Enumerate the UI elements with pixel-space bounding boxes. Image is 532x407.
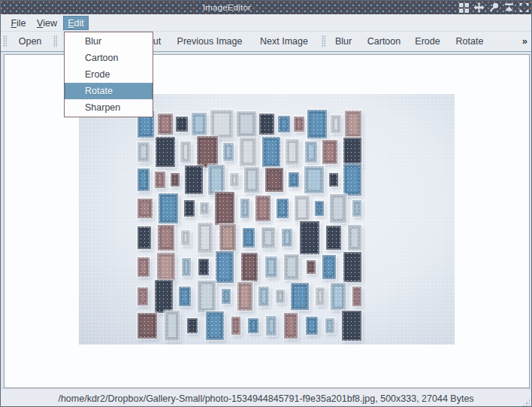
edit-menu-item-rotate[interactable]: Rotate: [65, 83, 153, 99]
toolbar-handle[interactable]: [53, 35, 57, 47]
photo-frame: [181, 230, 190, 245]
shade-icon[interactable]: [503, 2, 515, 13]
photo-frame: [240, 199, 249, 218]
photo-frame: [291, 283, 309, 310]
resize-grip[interactable]: [521, 398, 530, 406]
photo-frame: [282, 229, 292, 247]
toolbar-handle[interactable]: [322, 35, 325, 47]
photo-frame: [330, 194, 346, 223]
pin-icon[interactable]: [488, 2, 500, 13]
photo-frame: [157, 253, 175, 281]
window-title: ImageEditor: [1, 1, 453, 14]
photo-frame: [258, 287, 269, 306]
photo-frame: [261, 227, 275, 248]
photo-frame: [322, 140, 337, 164]
photo-frame: [316, 287, 325, 305]
photo-frame: [179, 287, 191, 306]
photo-frame: [138, 287, 148, 305]
photo-frame: [306, 317, 318, 335]
edit-menu-item-blur[interactable]: Blur: [65, 33, 153, 50]
photo-frame: [138, 169, 150, 191]
photo-frame: [255, 196, 271, 221]
photo-frame: [200, 202, 209, 214]
photo-frame: [342, 311, 361, 341]
photo-frame: [219, 224, 236, 251]
photo-frame: [348, 225, 361, 251]
photo-frame: [237, 282, 252, 311]
photo-frame: [325, 318, 334, 333]
photo-frame: [159, 193, 178, 223]
toolbar-overflow-chevron[interactable]: »: [522, 34, 527, 49]
titlebar[interactable]: ImageEditor: [1, 1, 531, 14]
titlebar-buttons: [458, 2, 530, 13]
cartoon-button[interactable]: Cartoon: [361, 34, 407, 49]
photo-frame: [138, 226, 151, 249]
photo-frame: [352, 287, 361, 306]
photo-frame: [294, 117, 304, 132]
image-editor-window: ImageEditor File View Edit Open: [0, 0, 532, 407]
expand-icon[interactable]: [518, 2, 530, 13]
photo-frame: [230, 173, 239, 187]
photo-frame: [138, 257, 150, 277]
toolbar-handle[interactable]: [3, 35, 7, 47]
photo-frame: [307, 260, 316, 274]
window-grid-icon[interactable]: [458, 2, 470, 13]
photo-frame: [295, 196, 310, 221]
photo-frame: [198, 223, 213, 253]
photo-frame: [284, 313, 298, 339]
photo-frame: [176, 117, 188, 132]
photo-frame: [276, 290, 285, 303]
photo-frame-row: [138, 308, 361, 344]
photo-frame: [171, 173, 180, 187]
rotate-button[interactable]: Rotate: [449, 34, 490, 49]
photo-frame: [243, 228, 255, 248]
edit-menu-item-cartoon[interactable]: Cartoon: [65, 50, 153, 66]
edit-menu-item-sharpen[interactable]: Sharpen: [65, 99, 153, 116]
menu-file[interactable]: File: [6, 16, 31, 30]
photo-frame: [187, 318, 198, 333]
photo-frame: [192, 113, 207, 135]
photo-frame: [138, 199, 153, 218]
photo-frame: [184, 200, 195, 217]
menu-view[interactable]: View: [33, 16, 61, 30]
erode-button[interactable]: Erode: [411, 34, 444, 49]
photo-frame: [206, 311, 224, 340]
photo-frame: [158, 225, 174, 251]
photo-frame: [231, 317, 240, 335]
edit-menu-item-erode[interactable]: Erode: [65, 66, 153, 83]
photo-frame: [223, 143, 234, 161]
status-file-info: /home/kdr2/Dropbox/Gallery-Small/photo-1…: [58, 393, 473, 404]
previous-image-button[interactable]: Previous Image: [169, 34, 250, 49]
photo-frame: [182, 258, 191, 276]
photo-frame: [244, 167, 259, 193]
photo-frame: [315, 201, 324, 216]
photo-frame: [305, 141, 317, 162]
blur-button[interactable]: Blur: [330, 34, 357, 49]
next-image-button[interactable]: Next Image: [253, 34, 315, 49]
photo-frame: [158, 114, 173, 135]
photo-frame: [241, 253, 258, 281]
open-button[interactable]: Open: [10, 34, 50, 49]
photo-frame: [304, 166, 324, 193]
photo-frame: [237, 111, 256, 137]
photo-frame: [222, 289, 231, 304]
photo-frame: [352, 200, 361, 217]
menu-edit[interactable]: Edit: [63, 16, 89, 30]
photo-frame: [331, 283, 346, 310]
photo-frame: [155, 172, 165, 188]
photo-frame: [343, 252, 361, 282]
photo-image: [79, 94, 455, 345]
photo-frame: [265, 257, 277, 278]
photo-frame: [138, 313, 157, 339]
photo-frame: [266, 316, 277, 336]
photo-frame: [329, 173, 338, 187]
move-icon[interactable]: [473, 2, 485, 13]
photo-frame: [322, 255, 336, 279]
photo-frame: [138, 142, 150, 162]
edit-menu-dropdown: Blur Cartoon Erode Rotate Sharpen: [64, 32, 153, 117]
photo-frame: [277, 199, 289, 218]
photo-frame: [326, 226, 341, 250]
photo-frame: [259, 114, 274, 135]
photo-frame: [331, 115, 341, 133]
photo-frame: [198, 259, 209, 275]
